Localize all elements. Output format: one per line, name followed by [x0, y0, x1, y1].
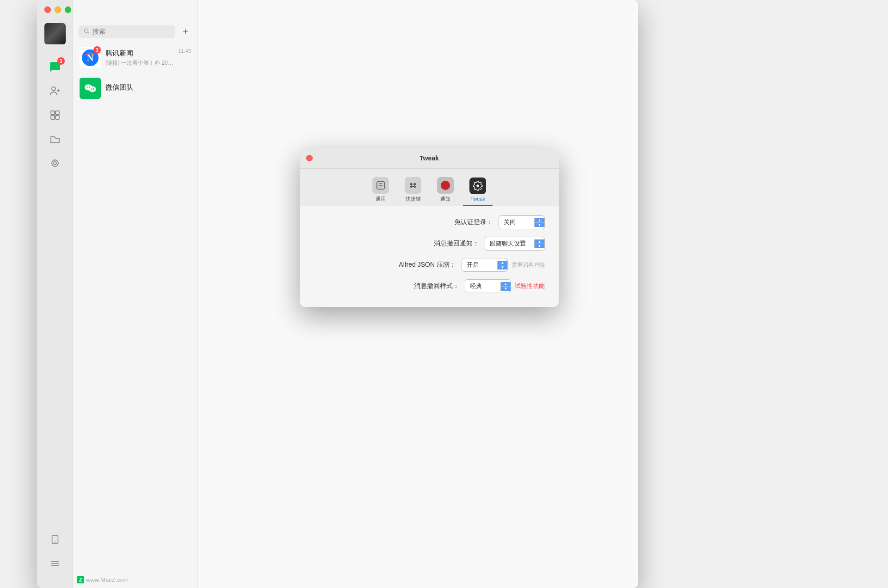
dialog-titlebar: Tweak: [300, 148, 559, 169]
recall-style-wrapper: 经典 ▲ ▼ 试验性功能: [465, 279, 545, 293]
sidebar-item-plugins[interactable]: [44, 104, 66, 126]
chat-name-tencent: 腾讯新闻: [105, 49, 173, 58]
chat-name-wechat: 微信团队: [105, 83, 191, 92]
sidebar-item-contacts[interactable]: [44, 80, 66, 102]
search-input-wrapper[interactable]: [79, 25, 175, 38]
setting-label-recall-notify: 消息撤回通知：: [434, 239, 479, 248]
chat-badge: 3: [57, 57, 65, 65]
svg-rect-5: [51, 116, 55, 119]
svg-rect-6: [56, 116, 59, 119]
chat-list-panel: + N 3 腾讯新闻 [链接] 一次看个够！亦 20 运 20...: [73, 0, 198, 588]
chat-preview-tencent: [链接] 一次看个够！亦 20 运 20...: [105, 59, 173, 67]
minimize-button[interactable]: [55, 6, 61, 13]
chat-info-tencent: 腾讯新闻 [链接] 一次看个够！亦 20 运 20...: [105, 49, 173, 67]
dialog-close-button[interactable]: [306, 155, 313, 161]
setting-select-alfred[interactable]: 开启 ▲ ▼: [462, 258, 508, 272]
select-down-no-auth[interactable]: ▼: [535, 223, 544, 227]
select-btn-group-recall-notify: ▲ ▼: [534, 239, 544, 248]
select-up-no-auth[interactable]: ▲: [535, 218, 544, 223]
search-input[interactable]: [92, 28, 171, 35]
setting-select-no-auth[interactable]: 关闭 ▲ ▼: [499, 215, 545, 229]
sidebar-bottom: [44, 529, 66, 588]
select-btn-group-recall-style: ▲ ▼: [500, 282, 511, 291]
svg-point-10: [57, 163, 58, 164]
tab-general[interactable]: 通用: [366, 174, 395, 206]
svg-rect-34: [412, 184, 414, 187]
select-up-alfred[interactable]: ▲: [498, 261, 507, 265]
tab-icon-general: [372, 177, 389, 194]
tab-tweak[interactable]: Tweak: [463, 175, 493, 206]
svg-point-8: [54, 162, 56, 165]
traffic-lights: [44, 6, 71, 13]
select-up-recall-notify[interactable]: ▲: [535, 239, 544, 244]
select-down-alfred[interactable]: ▼: [498, 265, 507, 270]
chat-item-tencent-news[interactable]: N 3 腾讯新闻 [链接] 一次看个够！亦 20 运 20... 11:43: [73, 43, 197, 73]
select-up-recall-style[interactable]: ▲: [501, 282, 511, 287]
icon-sidebar: 3: [37, 0, 73, 588]
svg-point-0: [52, 87, 56, 91]
dialog-title: Tweak: [419, 154, 439, 162]
svg-point-11: [54, 166, 55, 167]
dialog-content: 免认证登录： 关闭 ▲ ▼ 消息撤回通知： 跟随聊天设置: [300, 206, 559, 307]
setting-row-alfred: Alfred JSON 压缩： 开启 ▲ ▼ 需重启客户端: [314, 258, 545, 272]
search-icon: [83, 28, 90, 36]
watermark-icon: Z: [77, 576, 84, 583]
select-down-recall-notify[interactable]: ▼: [535, 244, 544, 248]
svg-rect-4: [56, 111, 59, 115]
sidebar-item-phone[interactable]: [44, 529, 66, 550]
tab-icon-tweak: [469, 178, 486, 194]
tab-notify[interactable]: 通知: [431, 174, 460, 206]
sidebar-item-chat[interactable]: 3: [44, 56, 66, 78]
sidebar-item-camera[interactable]: [44, 153, 66, 174]
tab-label-notify: 通知: [440, 196, 450, 202]
tab-shortcut[interactable]: 快捷键: [398, 174, 428, 206]
dialog-toolbar: 通用 快捷键: [300, 169, 559, 206]
sidebar-item-files[interactable]: [44, 129, 66, 150]
setting-label-recall-style: 消息撤回样式：: [414, 282, 459, 290]
tab-icon-notify: [437, 177, 454, 194]
sidebar-item-menu[interactable]: [44, 553, 66, 574]
select-value-recall-style: 经典: [465, 280, 500, 293]
svg-rect-3: [51, 111, 55, 115]
avatar[interactable]: [44, 23, 66, 44]
svg-point-27: [89, 86, 90, 88]
chat-info-wechat: 微信团队: [105, 83, 191, 93]
svg-rect-13: [52, 535, 58, 544]
tweak-dialog: Tweak 通用: [300, 148, 559, 307]
add-chat-button[interactable]: +: [179, 25, 192, 38]
setting-row-recall-style: 消息撤回样式： 经典 ▲ ▼ 试验性功能: [314, 279, 545, 293]
tab-icon-shortcut: [405, 177, 421, 194]
chat-item-wechat-team[interactable]: 微信团队: [73, 73, 197, 104]
search-bar: +: [73, 20, 197, 43]
select-value-no-auth: 关闭: [499, 216, 534, 229]
alfred-hint: 需重启客户端: [512, 261, 545, 269]
select-down-recall-style[interactable]: ▼: [501, 287, 511, 291]
svg-point-28: [91, 88, 92, 90]
setting-select-recall-notify[interactable]: 跟随聊天设置 ▲ ▼: [485, 237, 545, 251]
close-button[interactable]: [44, 6, 51, 13]
tab-label-general: 通用: [376, 196, 386, 202]
watermark: Z www.MacZ.com: [77, 576, 129, 583]
select-btn-group-no-auth: ▲ ▼: [534, 218, 544, 227]
chat-avatar-wechat: [80, 78, 101, 99]
setting-row-recall-notify: 消息撤回通知： 跟随聊天设置 ▲ ▼: [314, 237, 545, 251]
svg-point-26: [86, 86, 88, 88]
alfred-select-wrapper: 开启 ▲ ▼ 需重启客户端: [462, 258, 545, 272]
select-value-recall-notify: 跟随聊天设置: [485, 237, 534, 250]
chat-badge-tencent: 3: [93, 46, 101, 54]
select-btn-group-alfred: ▲ ▼: [497, 261, 507, 270]
svg-point-9: [54, 159, 55, 160]
select-value-alfred: 开启: [462, 258, 497, 271]
setting-select-recall-style[interactable]: 经典 ▲ ▼: [465, 279, 511, 293]
tab-label-shortcut: 快捷键: [406, 196, 421, 202]
setting-label-no-auth: 免认证登录：: [454, 218, 493, 227]
chat-time-tencent: 11:43: [178, 48, 191, 54]
tab-label-tweak: Tweak: [470, 196, 485, 202]
svg-line-19: [88, 32, 89, 33]
maximize-button[interactable]: [65, 6, 71, 13]
svg-point-12: [51, 163, 52, 164]
svg-point-7: [52, 160, 58, 166]
main-content: Tweak 通用: [198, 0, 638, 588]
app-window: 3: [37, 0, 638, 588]
svg-point-29: [93, 88, 94, 90]
